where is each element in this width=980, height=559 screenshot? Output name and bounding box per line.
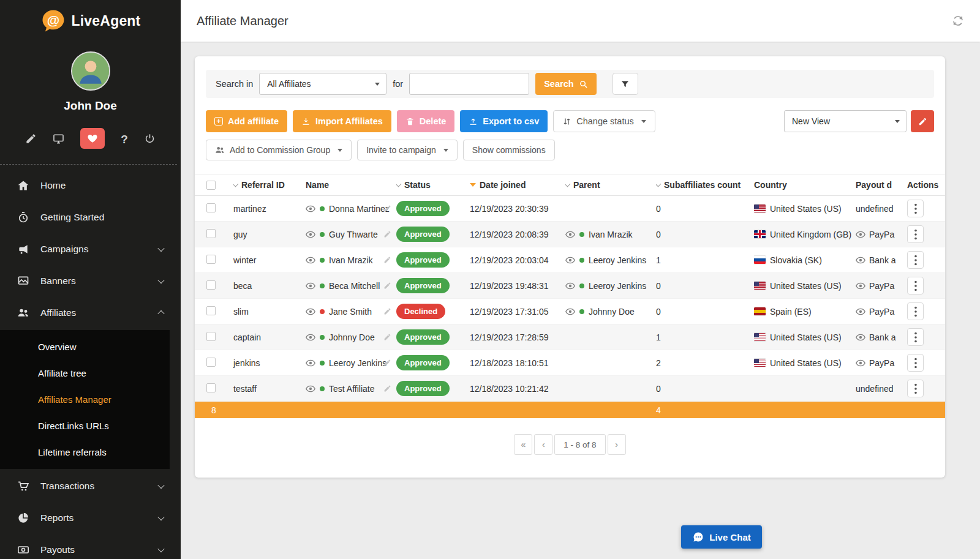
edit-name-icon[interactable] [383,307,391,315]
status-cell: Approved [396,381,470,396]
sidebar-item-getting-started[interactable]: Getting Started [0,201,181,233]
eye-icon[interactable] [306,255,315,265]
question-icon[interactable]: ? [121,133,128,144]
search-in-label: Search in [216,79,253,89]
row-actions-button[interactable] [907,251,924,269]
eye-icon[interactable] [565,255,575,265]
filter-button[interactable] [612,73,638,95]
submenu-item-affiliates-manager[interactable]: Affiliates Manager [0,386,170,413]
row-actions-button[interactable] [907,277,924,295]
search-input[interactable] [409,73,529,95]
column-header-parent[interactable]: Parent [565,180,656,190]
sidebar-item-home[interactable]: Home [0,170,181,201]
eye-icon[interactable] [856,230,865,239]
eye-icon[interactable] [306,332,315,342]
row-actions-button[interactable] [907,225,924,243]
pagination-prev-button[interactable]: ‹ [534,434,552,455]
submenu-item-affiliate-tree[interactable]: Affiliate tree [0,360,170,386]
row-checkbox[interactable] [206,229,216,238]
name-cell: Ivan Mrazik [306,255,396,265]
sidebar-item-campaigns[interactable]: Campaigns [0,233,181,265]
eye-icon[interactable] [565,281,575,291]
edit-name-icon[interactable] [383,333,391,341]
eye-icon[interactable] [306,204,315,214]
row-checkbox[interactable] [206,383,216,392]
change-status-button[interactable]: Change status [553,110,655,132]
row-actions-button[interactable] [907,380,924,397]
edit-name-icon[interactable] [383,385,391,392]
search-scope-value: All Affiliates [267,79,311,89]
row-actions-button[interactable] [907,200,924,217]
row-actions-button[interactable] [907,302,924,320]
eye-icon[interactable] [306,230,315,239]
view-select[interactable]: New View [784,110,907,132]
edit-view-button[interactable] [911,110,934,132]
edit-name-icon[interactable] [383,282,391,290]
subaffiliates-cell: 0 [656,384,754,394]
payout-cell: PayPa [856,307,907,317]
eye-icon[interactable] [856,358,865,368]
row-checkbox[interactable] [206,358,216,367]
sidebar-item-affiliates[interactable]: Affiliates [0,297,181,329]
status-badge: Approved [396,252,450,268]
row-checkbox[interactable] [206,255,216,264]
plus-icon: + [214,117,223,126]
sidebar-item-reports[interactable]: Reports [0,502,181,534]
import-affiliates-button[interactable]: Import Affiliates [293,110,391,132]
column-header-subaffiliates-count[interactable]: Subaffiliates count [656,180,754,190]
submenu-item-lifetime-referrals[interactable]: Lifetime referrals [0,439,170,465]
eye-icon[interactable] [306,358,315,368]
row-actions-button[interactable] [907,354,924,372]
checkbox-cell [206,383,233,394]
invite-to-campaign-button[interactable]: Invite to campaign [357,140,458,160]
add-to-commission-group-button[interactable]: Add to Commission Group [206,140,352,160]
row-checkbox[interactable] [206,306,216,315]
eye-icon[interactable] [565,230,575,239]
eye-icon[interactable] [856,332,865,342]
show-commissions-button[interactable]: Show commissions [463,140,555,160]
sidebar-item-banners[interactable]: Banners [0,265,181,297]
export-to-csv-button[interactable]: Export to csv [460,110,548,132]
column-header-status[interactable]: Status [396,180,470,190]
sidebar-item-payouts[interactable]: Payouts [0,534,181,559]
eye-icon[interactable] [306,384,315,394]
live-chat-button[interactable]: Live Chat [681,525,762,549]
pagination-first-button[interactable]: « [514,434,532,455]
submenu-item-directlinks-urls[interactable]: DirectLinks URLs [0,413,170,439]
sidebar-item-transactions[interactable]: Transactions [0,470,181,502]
monitor-icon[interactable] [53,133,64,144]
edit-name-icon[interactable] [383,204,391,212]
row-actions-button[interactable] [907,328,924,346]
row-checkbox[interactable] [206,203,216,212]
edit-name-icon[interactable] [383,256,391,264]
eye-icon[interactable] [856,255,865,265]
eye-icon[interactable] [856,281,865,291]
add-affiliate-button[interactable]: +Add affiliate [206,110,287,132]
eye-icon[interactable] [306,307,315,317]
row-checkbox[interactable] [206,332,216,341]
eye-icon[interactable] [565,307,575,317]
date-joined-cell: 12/19/2023 19:48:31 [470,281,565,291]
subaffiliates-cell: 1 [656,332,754,342]
refresh-icon[interactable] [952,15,964,27]
column-header-referral-id[interactable]: Referral ID [233,180,306,190]
search-scope-select[interactable]: All Affiliates [259,73,386,95]
row-checkbox[interactable] [206,280,216,290]
column-header-date-joined[interactable]: Date joined [470,180,565,190]
actions-cell [907,380,945,397]
delete-button[interactable]: Delete [397,110,455,132]
name-cell: Beca Mitchell [306,281,396,291]
pencil-icon[interactable] [25,133,37,144]
search-button[interactable]: Search [535,73,596,95]
avatar[interactable] [71,51,110,91]
pagination-next-button[interactable]: › [608,434,626,455]
eye-icon[interactable] [856,307,865,317]
heart-button[interactable] [80,128,105,149]
brand-logo[interactable]: @ LiveAgent [0,0,181,42]
submenu-item-overview[interactable]: Overview [0,334,170,360]
edit-name-icon[interactable] [383,359,391,367]
eye-icon[interactable] [306,281,315,291]
power-icon[interactable] [144,133,156,144]
edit-name-icon[interactable] [383,230,391,238]
select-all-checkbox[interactable] [206,181,216,190]
